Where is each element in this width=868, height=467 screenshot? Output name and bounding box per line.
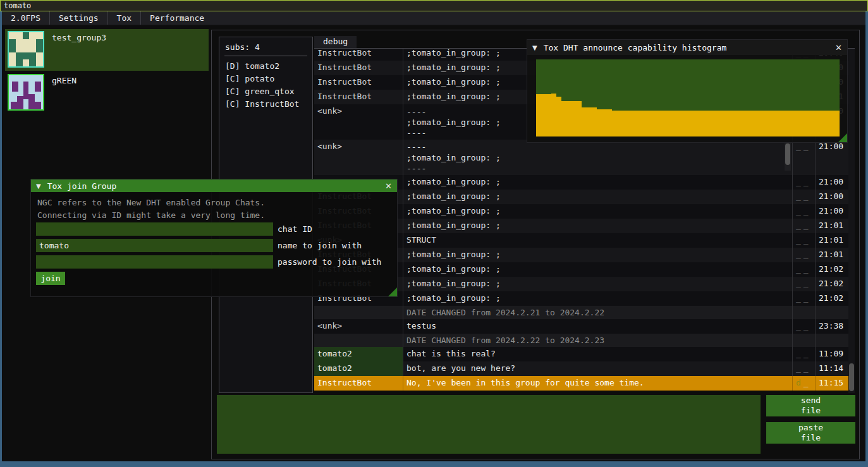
sender-name: InstructBot	[314, 75, 403, 90]
message-row[interactable]: <unk>----;tomato_in_group: ;----__21:00	[314, 140, 848, 175]
avatar-pixel	[29, 59, 36, 66]
histogram-bar	[683, 111, 688, 136]
chat-scrollbar-track[interactable]	[848, 49, 855, 393]
message-cell-scrollbar-thumb[interactable]	[785, 143, 790, 165]
histogram-bar	[602, 109, 607, 136]
message-flags: __	[793, 277, 816, 291]
group-avatar	[8, 74, 44, 111]
avatar-pixel	[36, 39, 43, 53]
join-name-field[interactable]	[36, 239, 273, 252]
join-description-line1: NGC refers to the New DHT enabled Group …	[37, 198, 265, 207]
message-text: ;tomato_in_group: ;	[403, 262, 793, 277]
histogram-bar	[663, 111, 668, 136]
message-timestamp: 21:00	[816, 175, 848, 190]
group-avatar	[8, 31, 44, 68]
menubar: 2.0FPS SettingsToxPerformance	[2, 11, 865, 25]
subs-member[interactable]: [C] InstructBot	[225, 98, 307, 111]
message-text: ;tomato_in_group: ;	[403, 175, 793, 190]
histogram-bar	[774, 111, 779, 136]
paste-file-label-line1: paste	[798, 423, 823, 433]
histogram-bar	[652, 111, 657, 136]
histogram-bar	[657, 111, 663, 136]
message-text: ;tomato_in_group: ;	[403, 277, 793, 291]
join-group-title: Tox join Group	[47, 181, 117, 191]
histogram-bar	[668, 111, 673, 136]
chat-id-field[interactable]	[36, 222, 273, 236]
chat-scrollbar-thumb[interactable]	[849, 363, 854, 391]
histogram-bar	[546, 94, 551, 136]
paste-file-button[interactable]: paste file	[766, 422, 855, 444]
close-icon[interactable]: ✕	[385, 181, 392, 191]
message-input[interactable]	[217, 395, 761, 454]
histogram-bar	[754, 111, 759, 136]
subs-member[interactable]: [C] potato	[225, 73, 307, 85]
message-timestamp: 21:01	[816, 248, 848, 262]
histogram-bar	[834, 111, 840, 136]
message-text: DATE CHANGED from 2024.2.21 to 2024.2.22	[403, 306, 793, 319]
histogram-bar	[617, 111, 622, 136]
resize-grip[interactable]	[388, 288, 397, 296]
collapse-arrow-icon[interactable]: ▼	[36, 183, 41, 190]
message-row[interactable]: <unk>testus__23:38	[314, 319, 848, 334]
message-row[interactable]: tomato2bot, are you new here?__11:14	[314, 361, 848, 376]
window-border-left	[0, 11, 2, 461]
message-text: DATE CHANGED from 2024.2.22 to 2024.2.23	[403, 334, 793, 347]
tab-debug[interactable]: debug	[314, 36, 357, 48]
join-password-field[interactable]	[36, 255, 273, 269]
histogram-bar	[789, 111, 794, 136]
avatar-pixel	[12, 82, 18, 92]
date-change-row[interactable]: DATE CHANGED from 2024.2.22 to 2024.2.23	[314, 334, 848, 347]
resize-grip[interactable]	[838, 133, 847, 142]
histogram-bar	[612, 111, 617, 136]
histogram-bar	[708, 111, 713, 136]
histogram-bar	[728, 111, 733, 136]
window-border-bottom	[0, 461, 868, 467]
histogram-bar	[632, 111, 637, 136]
message-row[interactable]: InstructBotNo, I've been in this group f…	[314, 376, 848, 391]
sender-name: InstructBot	[314, 49, 403, 61]
message-flags: __	[793, 262, 816, 277]
histogram-bar	[743, 111, 749, 136]
sender-name: tomato2	[314, 347, 403, 361]
histogram-bar	[577, 101, 582, 136]
histogram-bar	[642, 111, 647, 136]
os-titlebar[interactable]: tomato	[0, 0, 868, 11]
menu-item-tox[interactable]: Tox	[107, 11, 140, 25]
os-title: tomato	[4, 1, 31, 10]
histogram-bar	[718, 111, 723, 136]
message-text: ;tomato_in_group: ;	[403, 248, 793, 262]
menu-item-settings[interactable]: Settings	[49, 11, 107, 25]
histogram-bar	[627, 111, 632, 136]
histogram-bar	[561, 101, 566, 136]
fps-indicator: 2.0FPS	[2, 11, 49, 25]
message-timestamp: 21:02	[816, 291, 848, 306]
histogram-bar	[799, 111, 804, 136]
avatar-pixel	[11, 102, 23, 109]
dht-histogram-title: Tox DHT announce capability histogram	[544, 43, 727, 52]
message-timestamp: 21:00	[816, 140, 848, 175]
join-name-label: name to join with	[278, 241, 362, 250]
menu-item-performance[interactable]: Performance	[140, 11, 213, 25]
send-file-button[interactable]: send file	[766, 395, 855, 416]
sidebar-item-gREEN[interactable]: gREEN	[5, 72, 209, 114]
collapse-arrow-icon[interactable]: ▼	[532, 44, 537, 51]
join-group-titlebar[interactable]: ▼ Tox join Group ✕	[31, 179, 397, 192]
avatar-pixel	[35, 82, 41, 92]
join-group-window: ▼ Tox join Group ✕ NGC refers to the New…	[30, 179, 398, 297]
close-icon[interactable]: ✕	[835, 43, 842, 52]
join-button[interactable]: join	[36, 272, 65, 285]
histogram-bar	[829, 111, 834, 136]
histogram-bar	[749, 111, 754, 136]
histogram-bar	[622, 111, 627, 136]
message-row[interactable]: tomato2chat is this real?__11:09	[314, 347, 848, 361]
histogram-bar	[688, 111, 693, 136]
subs-member[interactable]: [C] green_qtox	[225, 85, 307, 98]
date-change-row[interactable]: DATE CHANGED from 2024.2.21 to 2024.2.22	[314, 306, 848, 319]
dht-histogram-titlebar[interactable]: ▼ Tox DHT announce capability histogram …	[527, 40, 847, 55]
histogram-bar	[784, 111, 789, 136]
subs-count-label: subs: 4	[219, 37, 312, 56]
join-description-line2: Connecting via ID might take a very long…	[37, 210, 265, 220]
histogram-bar	[678, 111, 683, 136]
sidebar-item-test_group3[interactable]: test_group3	[5, 29, 209, 71]
subs-member[interactable]: [D] tomato2	[225, 60, 307, 73]
